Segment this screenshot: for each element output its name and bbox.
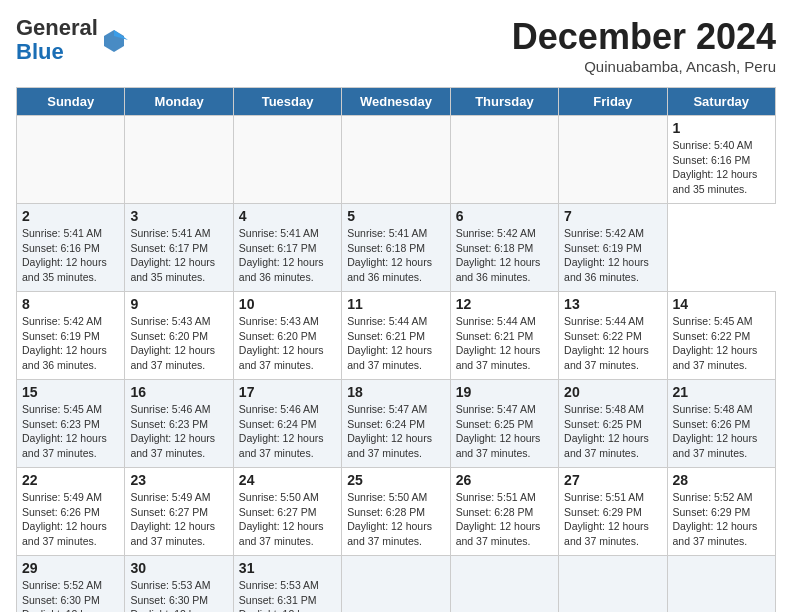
day-number: 20 [564, 384, 661, 400]
calendar-week-5: 22Sunrise: 5:49 AM Sunset: 6:26 PM Dayli… [17, 468, 776, 556]
day-number: 14 [673, 296, 770, 312]
table-row: 21Sunrise: 5:48 AM Sunset: 6:26 PM Dayli… [667, 380, 775, 468]
day-number: 28 [673, 472, 770, 488]
day-info: Sunrise: 5:48 AM Sunset: 6:26 PM Dayligh… [673, 402, 770, 461]
table-row: 11Sunrise: 5:44 AM Sunset: 6:21 PM Dayli… [342, 292, 450, 380]
table-row: 8Sunrise: 5:42 AM Sunset: 6:19 PM Daylig… [17, 292, 125, 380]
day-number: 30 [130, 560, 227, 576]
page-header: General Blue December 2024 Quinuabamba, … [16, 16, 776, 75]
day-info: Sunrise: 5:41 AM Sunset: 6:17 PM Dayligh… [239, 226, 336, 285]
day-info: Sunrise: 5:52 AM Sunset: 6:30 PM Dayligh… [22, 578, 119, 612]
day-number: 4 [239, 208, 336, 224]
day-info: Sunrise: 5:50 AM Sunset: 6:28 PM Dayligh… [347, 490, 444, 549]
table-row [450, 116, 558, 204]
day-info: Sunrise: 5:53 AM Sunset: 6:31 PM Dayligh… [239, 578, 336, 612]
day-info: Sunrise: 5:47 AM Sunset: 6:24 PM Dayligh… [347, 402, 444, 461]
table-row: 3Sunrise: 5:41 AM Sunset: 6:17 PM Daylig… [125, 204, 233, 292]
col-wednesday: Wednesday [342, 88, 450, 116]
day-info: Sunrise: 5:41 AM Sunset: 6:16 PM Dayligh… [22, 226, 119, 285]
day-number: 1 [673, 120, 770, 136]
table-row: 1Sunrise: 5:40 AM Sunset: 6:16 PM Daylig… [667, 116, 775, 204]
day-number: 3 [130, 208, 227, 224]
table-row: 28Sunrise: 5:52 AM Sunset: 6:29 PM Dayli… [667, 468, 775, 556]
day-number: 23 [130, 472, 227, 488]
header-row: Sunday Monday Tuesday Wednesday Thursday… [17, 88, 776, 116]
day-info: Sunrise: 5:49 AM Sunset: 6:27 PM Dayligh… [130, 490, 227, 549]
day-info: Sunrise: 5:48 AM Sunset: 6:25 PM Dayligh… [564, 402, 661, 461]
day-number: 5 [347, 208, 444, 224]
table-row: 26Sunrise: 5:51 AM Sunset: 6:28 PM Dayli… [450, 468, 558, 556]
day-number: 15 [22, 384, 119, 400]
table-row: 4Sunrise: 5:41 AM Sunset: 6:17 PM Daylig… [233, 204, 341, 292]
table-row: 20Sunrise: 5:48 AM Sunset: 6:25 PM Dayli… [559, 380, 667, 468]
day-number: 25 [347, 472, 444, 488]
day-number: 13 [564, 296, 661, 312]
day-number: 31 [239, 560, 336, 576]
calendar-body: 1Sunrise: 5:40 AM Sunset: 6:16 PM Daylig… [17, 116, 776, 613]
calendar-week-4: 15Sunrise: 5:45 AM Sunset: 6:23 PM Dayli… [17, 380, 776, 468]
col-friday: Friday [559, 88, 667, 116]
table-row: 14Sunrise: 5:45 AM Sunset: 6:22 PM Dayli… [667, 292, 775, 380]
day-number: 18 [347, 384, 444, 400]
table-row: 30Sunrise: 5:53 AM Sunset: 6:30 PM Dayli… [125, 556, 233, 613]
day-number: 27 [564, 472, 661, 488]
calendar-week-1: 1Sunrise: 5:40 AM Sunset: 6:16 PM Daylig… [17, 116, 776, 204]
table-row [342, 116, 450, 204]
day-info: Sunrise: 5:42 AM Sunset: 6:18 PM Dayligh… [456, 226, 553, 285]
day-info: Sunrise: 5:41 AM Sunset: 6:18 PM Dayligh… [347, 226, 444, 285]
day-info: Sunrise: 5:49 AM Sunset: 6:26 PM Dayligh… [22, 490, 119, 549]
table-row [450, 556, 558, 613]
col-monday: Monday [125, 88, 233, 116]
table-row [559, 556, 667, 613]
day-info: Sunrise: 5:42 AM Sunset: 6:19 PM Dayligh… [22, 314, 119, 373]
day-number: 17 [239, 384, 336, 400]
day-info: Sunrise: 5:50 AM Sunset: 6:27 PM Dayligh… [239, 490, 336, 549]
table-row [342, 556, 450, 613]
calendar-week-6: 29Sunrise: 5:52 AM Sunset: 6:30 PM Dayli… [17, 556, 776, 613]
day-number: 24 [239, 472, 336, 488]
day-number: 10 [239, 296, 336, 312]
day-info: Sunrise: 5:51 AM Sunset: 6:28 PM Dayligh… [456, 490, 553, 549]
title-block: December 2024 Quinuabamba, Ancash, Peru [512, 16, 776, 75]
month-title: December 2024 [512, 16, 776, 58]
day-number: 21 [673, 384, 770, 400]
calendar-header: Sunday Monday Tuesday Wednesday Thursday… [17, 88, 776, 116]
table-row: 22Sunrise: 5:49 AM Sunset: 6:26 PM Dayli… [17, 468, 125, 556]
day-number: 9 [130, 296, 227, 312]
day-info: Sunrise: 5:52 AM Sunset: 6:29 PM Dayligh… [673, 490, 770, 549]
day-number: 11 [347, 296, 444, 312]
table-row: 17Sunrise: 5:46 AM Sunset: 6:24 PM Dayli… [233, 380, 341, 468]
table-row [17, 116, 125, 204]
table-row: 5Sunrise: 5:41 AM Sunset: 6:18 PM Daylig… [342, 204, 450, 292]
calendar-table: Sunday Monday Tuesday Wednesday Thursday… [16, 87, 776, 612]
day-info: Sunrise: 5:46 AM Sunset: 6:23 PM Dayligh… [130, 402, 227, 461]
table-row: 24Sunrise: 5:50 AM Sunset: 6:27 PM Dayli… [233, 468, 341, 556]
table-row: 15Sunrise: 5:45 AM Sunset: 6:23 PM Dayli… [17, 380, 125, 468]
table-row: 31Sunrise: 5:53 AM Sunset: 6:31 PM Dayli… [233, 556, 341, 613]
day-number: 7 [564, 208, 661, 224]
table-row: 12Sunrise: 5:44 AM Sunset: 6:21 PM Dayli… [450, 292, 558, 380]
day-number: 22 [22, 472, 119, 488]
day-number: 8 [22, 296, 119, 312]
table-row [559, 116, 667, 204]
day-info: Sunrise: 5:45 AM Sunset: 6:23 PM Dayligh… [22, 402, 119, 461]
table-row: 23Sunrise: 5:49 AM Sunset: 6:27 PM Dayli… [125, 468, 233, 556]
day-number: 19 [456, 384, 553, 400]
day-number: 2 [22, 208, 119, 224]
table-row: 18Sunrise: 5:47 AM Sunset: 6:24 PM Dayli… [342, 380, 450, 468]
table-row: 2Sunrise: 5:41 AM Sunset: 6:16 PM Daylig… [17, 204, 125, 292]
logo-text: General Blue [16, 16, 98, 64]
day-info: Sunrise: 5:44 AM Sunset: 6:21 PM Dayligh… [347, 314, 444, 373]
day-info: Sunrise: 5:44 AM Sunset: 6:21 PM Dayligh… [456, 314, 553, 373]
table-row: 9Sunrise: 5:43 AM Sunset: 6:20 PM Daylig… [125, 292, 233, 380]
day-number: 26 [456, 472, 553, 488]
col-saturday: Saturday [667, 88, 775, 116]
table-row [667, 556, 775, 613]
table-row [125, 116, 233, 204]
location-subtitle: Quinuabamba, Ancash, Peru [512, 58, 776, 75]
logo-icon [100, 26, 128, 54]
day-info: Sunrise: 5:41 AM Sunset: 6:17 PM Dayligh… [130, 226, 227, 285]
logo-blue: Blue [16, 39, 64, 64]
day-info: Sunrise: 5:40 AM Sunset: 6:16 PM Dayligh… [673, 138, 770, 197]
table-row: 27Sunrise: 5:51 AM Sunset: 6:29 PM Dayli… [559, 468, 667, 556]
